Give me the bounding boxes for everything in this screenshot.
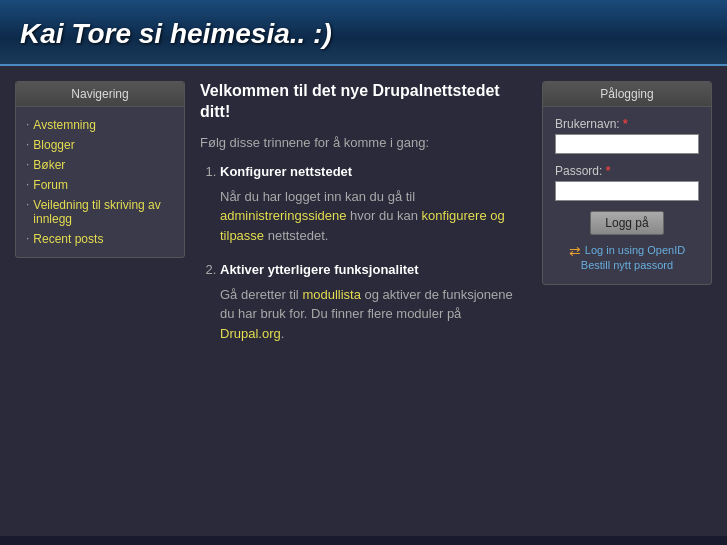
list-item: Blogger [26,135,174,155]
main-body: Velkommen til det nye Drupalnettstedet d… [200,81,527,521]
username-label: Brukernavn: * [555,117,699,131]
login-panel-title: Pålogging [543,82,711,107]
login-box: Pålogging Brukernavn: * Passord: * Logg … [542,81,712,521]
openid-icon: ⇄ [569,243,581,259]
password-required: * [606,164,611,178]
step-2-body: Gå deretter til modullista og aktiver de… [220,285,527,344]
list-item: Avstemning [26,115,174,135]
step-1-text-after: nettstedet. [264,228,328,243]
step-1-body: Når du har logget inn kan du gå til admi… [220,187,527,246]
nav-link-boker[interactable]: Bøker [33,158,65,172]
openid-link[interactable]: Log in using OpenID [585,244,685,256]
welcome-title: Velkommen til det nye Drupalnettstedet d… [200,81,527,123]
step-1-text-middle: hvor du kan [346,208,421,223]
site-header: Kai Tore si heimesia.. :) [0,0,727,66]
step-2-link-modules[interactable]: modullista [302,287,361,302]
new-password-link[interactable]: Bestill nytt passord [555,259,699,271]
nav-link-recent-posts[interactable]: Recent posts [33,232,103,246]
step-2: Aktiver ytterligere funksjonalitet Gå de… [220,260,527,343]
step-2-title: Aktiver ytterligere funksjonalitet [220,260,527,280]
step-2-link-drupal[interactable]: Drupal.org [220,326,281,341]
intro-text: Følg disse trinnene for å komme i gang: [200,133,527,153]
main-content: Navigering Avstemning Blogger Bøker Foru… [0,66,727,536]
step-2-text-before: Gå deretter til [220,287,302,302]
password-label: Passord: * [555,164,699,178]
sidebar-navigation: Navigering Avstemning Blogger Bøker Foru… [15,81,185,521]
site-title: Kai Tore si heimesia.. :) [20,18,707,50]
nav-box: Navigering Avstemning Blogger Bøker Foru… [15,81,185,258]
password-input[interactable] [555,181,699,201]
list-item: Veiledning til skriving av innlegg [26,195,174,229]
step-1: Konfigurer nettstedet Når du har logget … [220,162,527,245]
list-item: Forum [26,175,174,195]
steps-list: Konfigurer nettstedet Når du har logget … [220,162,527,343]
step-1-link-admin[interactable]: administreringssidene [220,208,346,223]
step-2-text-after: . [281,326,285,341]
nav-list: Avstemning Blogger Bøker Forum Veilednin… [16,107,184,257]
step-1-title: Konfigurer nettstedet [220,162,527,182]
username-required: * [623,117,628,131]
list-item: Bøker [26,155,174,175]
nav-link-veiledning[interactable]: Veiledning til skriving av innlegg [33,198,174,226]
login-button[interactable]: Logg på [590,211,663,235]
username-input[interactable] [555,134,699,154]
step-1-text-before: Når du har logget inn kan du gå til [220,189,415,204]
openid-row: ⇄ Log in using OpenID [555,243,699,259]
list-item: Recent posts [26,229,174,249]
nav-link-forum[interactable]: Forum [33,178,68,192]
nav-link-avstemning[interactable]: Avstemning [33,118,95,132]
login-panel: Pålogging Brukernavn: * Passord: * Logg … [542,81,712,285]
nav-link-blogger[interactable]: Blogger [33,138,74,152]
login-panel-body: Brukernavn: * Passord: * Logg på ⇄ Log i… [543,107,711,284]
login-links: ⇄ Log in using OpenID Bestill nytt passo… [555,243,699,271]
nav-box-title: Navigering [16,82,184,107]
